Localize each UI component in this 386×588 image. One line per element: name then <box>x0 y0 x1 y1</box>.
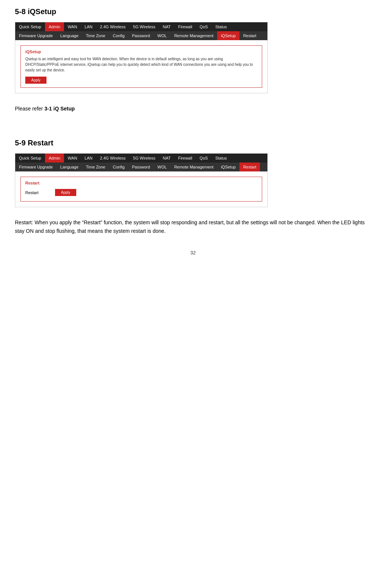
nav-sub-password[interactable]: Password <box>128 31 154 40</box>
nav-sub-restart-2[interactable]: Restart <box>239 163 260 171</box>
nav-sub-config-2[interactable]: Config <box>109 163 128 171</box>
page-number: 32 <box>15 250 371 256</box>
nav-top-admin[interactable]: Admin <box>45 22 64 31</box>
router-content-iqsetup: iQSetup Qsetup is an intelligent and eas… <box>15 40 267 93</box>
section-restart-title: 5-9 Restart <box>15 139 371 147</box>
nav-top-qos-2[interactable]: QoS <box>196 154 212 163</box>
nav-sub-timezone[interactable]: Time Zone <box>82 31 109 40</box>
restart-box: Restart Restart Apply <box>20 177 262 202</box>
nav-sub-config[interactable]: Config <box>109 31 128 40</box>
router-ui-iqsetup: Quick Setup Admin WAN LAN 2.4G Wireless … <box>15 22 268 93</box>
restart-box-title: Restart <box>25 181 257 185</box>
nav-top-lan[interactable]: LAN <box>81 22 96 31</box>
nav-top-wan-2[interactable]: WAN <box>64 154 81 163</box>
nav-sub-language-2[interactable]: Language <box>57 163 82 171</box>
nav-top-2g-2[interactable]: 2.4G Wireless <box>96 154 129 163</box>
nav-sub-restart: Firmware Upgrade Language Time Zone Conf… <box>15 163 267 171</box>
section-iqsetup-title: 5-8 iQSetup <box>15 7 371 16</box>
nav-top-lan-2[interactable]: LAN <box>81 154 96 163</box>
nav-top-firewall-2[interactable]: Firewall <box>174 154 196 163</box>
nav-top-admin-2[interactable]: Admin <box>45 154 64 163</box>
router-content-restart: Restart Restart Apply <box>15 171 267 207</box>
nav-sub-iqsetup: Firmware Upgrade Language Time Zone Conf… <box>15 31 267 40</box>
section-restart: 5-9 Restart Quick Setup Admin WAN LAN 2.… <box>15 139 371 235</box>
restart-row-label: Restart <box>25 190 48 195</box>
nav-sub-timezone-2[interactable]: Time Zone <box>82 163 109 171</box>
nav-sub-restart[interactable]: Restart <box>239 31 260 40</box>
nav-top-2g[interactable]: 2.4G Wireless <box>96 22 129 31</box>
nav-sub-remote-2[interactable]: Remote Management <box>170 163 217 171</box>
nav-sub-wol-2[interactable]: WOL <box>154 163 170 171</box>
iqsetup-box: iQSetup Qsetup is an intelligent and eas… <box>20 45 262 88</box>
section-iqsetup: 5-8 iQSetup Quick Setup Admin WAN LAN 2.… <box>15 7 371 113</box>
restart-description: Restart: When you apply the “Restart” fu… <box>15 218 371 235</box>
nav-top-status-2[interactable]: Status <box>212 154 231 163</box>
iqsetup-apply-button[interactable]: Apply <box>25 77 46 84</box>
nav-top-5g-2[interactable]: 5G Wireless <box>129 154 159 163</box>
iqsetup-box-text: Qsetup is an intelligent and easy tool f… <box>25 56 257 73</box>
nav-top-qos[interactable]: QoS <box>196 22 212 31</box>
nav-top-quicksetup-2[interactable]: Quick Setup <box>15 154 45 163</box>
nav-top-nat-2[interactable]: NAT <box>159 154 174 163</box>
nav-top-quicksetup[interactable]: Quick Setup <box>15 22 45 31</box>
restart-apply-button[interactable]: Apply <box>55 189 76 196</box>
nav-sub-firmware[interactable]: Firmware Upgrade <box>15 31 57 40</box>
nav-sub-iqsetup[interactable]: iQSetup <box>217 31 239 40</box>
nav-top-restart: Quick Setup Admin WAN LAN 2.4G Wireless … <box>15 154 267 163</box>
nav-top-iqsetup: Quick Setup Admin WAN LAN 2.4G Wireless … <box>15 22 267 31</box>
nav-sub-remote[interactable]: Remote Management <box>170 31 217 40</box>
nav-top-5g[interactable]: 5G Wireless <box>129 22 159 31</box>
nav-sub-language[interactable]: Language <box>57 31 82 40</box>
nav-sub-firmware-2[interactable]: Firmware Upgrade <box>15 163 57 171</box>
nav-sub-wol[interactable]: WOL <box>154 31 170 40</box>
iqsetup-refer-text: Please refer 3-1 iQ Setup <box>15 105 371 113</box>
nav-top-wan[interactable]: WAN <box>64 22 81 31</box>
restart-row: Restart Apply <box>25 187 257 197</box>
nav-top-firewall[interactable]: Firewall <box>174 22 196 31</box>
iqsetup-box-title: iQSetup <box>25 49 257 54</box>
iqsetup-refer-link: 3-1 iQ Setup <box>44 106 75 112</box>
spacer <box>15 128 371 139</box>
nav-top-status[interactable]: Status <box>212 22 231 31</box>
nav-top-nat[interactable]: NAT <box>159 22 174 31</box>
iqsetup-refer-prefix: Please refer <box>15 106 44 112</box>
router-ui-restart: Quick Setup Admin WAN LAN 2.4G Wireless … <box>15 153 268 207</box>
nav-sub-password-2[interactable]: Password <box>128 163 154 171</box>
nav-sub-iqsetup-2[interactable]: iQSetup <box>217 163 239 171</box>
